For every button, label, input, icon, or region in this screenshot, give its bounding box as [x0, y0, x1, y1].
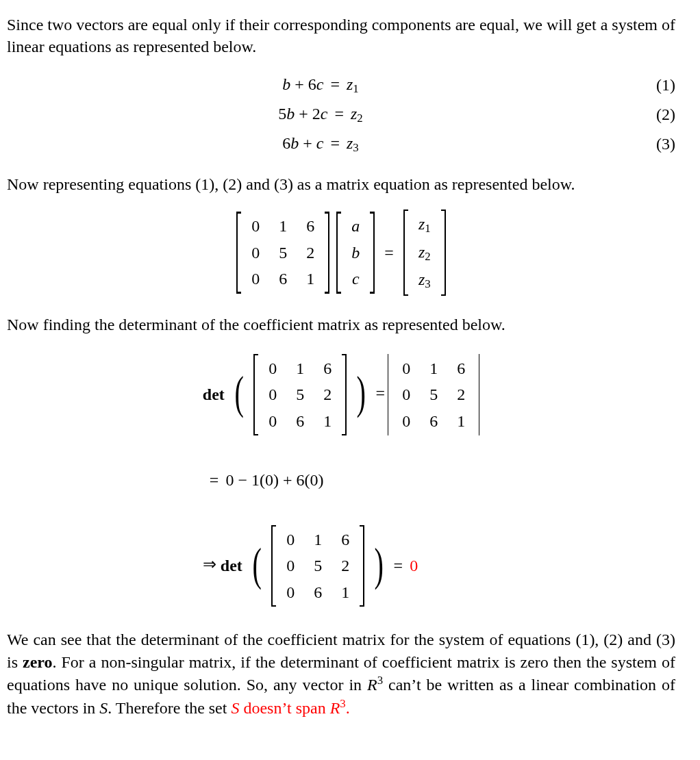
equation-body: b + 6c = z1 [7, 73, 634, 97]
equation-number: (2) [634, 103, 675, 125]
determinant-intro-paragraph: Now finding the determinant of the coeff… [7, 314, 675, 335]
matrix-intro-paragraph: Now representing equations (1), (2) and … [7, 173, 675, 195]
equation-body: 6b + c = z3 [7, 132, 634, 156]
determinant-computation: det(016052061)=016052061det(016052061)= … [7, 350, 675, 611]
equation-system: b + 6c = z1(1)5b + 2c = z2(2)6b + c = z3… [7, 73, 675, 156]
conclusion-paragraph: We can see that the determinant of the c… [7, 629, 675, 719]
equation-number: (1) [634, 74, 675, 96]
matrix-equation: 016052061abc=z1z2z3 [7, 210, 675, 296]
equation-body: 5b + 2c = z2 [7, 103, 634, 127]
equation-number: (3) [634, 133, 675, 155]
intro-paragraph: Since two vectors are equal only if thei… [7, 14, 675, 58]
